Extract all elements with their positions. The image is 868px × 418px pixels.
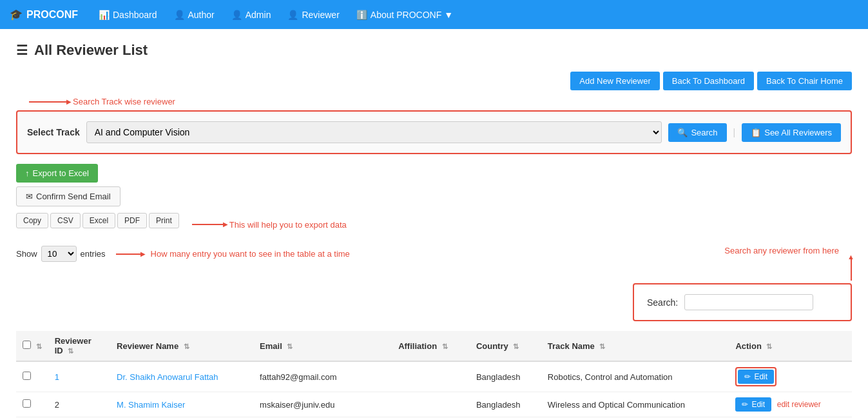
- col-reviewer-name: Reviewer Name ⇅: [110, 331, 253, 361]
- reviewer-search-label: Search:: [647, 297, 678, 308]
- sort-icon-track: ⇅: [599, 343, 605, 350]
- reviewer-search-box: Search:: [633, 283, 852, 321]
- row1-edit-highlighted: ✏ Edit: [735, 367, 776, 386]
- row1-country: Bangladesh: [470, 361, 541, 392]
- entries-hint: How many entry you want to see in the ta…: [151, 249, 350, 259]
- nav-dashboard[interactable]: 📊 Dashboard: [91, 5, 165, 25]
- row1-checkbox-cell: [16, 361, 48, 392]
- pdf-button[interactable]: PDF: [117, 213, 147, 228]
- row2-email: mskaiser@juniv.edu: [253, 392, 392, 417]
- edit-reviewer-hint: edit reviewer: [777, 400, 821, 409]
- nav-reviewer[interactable]: 👤 Reviewer: [280, 5, 347, 25]
- row2-name: M. Shamim Kaiser: [110, 392, 253, 417]
- row1-edit-button[interactable]: ✏ Edit: [738, 370, 774, 384]
- see-all-reviewers-button[interactable]: 📋 See All Reviewers: [742, 123, 841, 142]
- row2-affiliation: [392, 392, 470, 417]
- reviewer-icon: 👤: [287, 10, 298, 20]
- email-icon: ✉: [26, 192, 33, 201]
- copy-button[interactable]: Copy: [16, 213, 48, 228]
- row2-track: Wireless and Optical Communication: [541, 392, 729, 417]
- row1-track: Robotics, Control and Automation: [541, 361, 729, 392]
- sort-icon-affil: ⇅: [442, 343, 448, 350]
- row1-action: ✏ Edit: [729, 361, 852, 392]
- confirm-send-email-button[interactable]: ✉ Confirm Send Email: [16, 186, 121, 206]
- dashboard-icon: 📊: [99, 10, 110, 20]
- col-track-name: Track Name ⇅: [541, 331, 729, 361]
- row2-checkbox-cell: [16, 392, 48, 417]
- col-action: Action ⇅: [729, 331, 852, 361]
- table-row: 2 M. Shamim Kaiser mskaiser@juniv.edu Ba…: [16, 392, 852, 417]
- search-button[interactable]: 🔍 Search: [668, 123, 726, 142]
- brand-icon: 🎓: [10, 8, 23, 21]
- edit-icon-1: ✏: [744, 372, 751, 381]
- nav-admin[interactable]: 👤 Admin: [224, 5, 279, 25]
- col-country: Country ⇅: [470, 331, 541, 361]
- col-affiliation: Affiliation ⇅: [392, 331, 470, 361]
- print-button[interactable]: Print: [149, 213, 179, 228]
- row2-action: ✏ Edit edit reviewer: [729, 392, 852, 417]
- export-row: ↑ Export to Excel ✉ Confirm Send Email: [16, 164, 852, 206]
- sort-icon-id: ⇅: [68, 347, 73, 355]
- navbar-brand[interactable]: 🎓 PROCONF: [10, 8, 78, 21]
- row2-edit-button[interactable]: ✏ Edit: [735, 397, 771, 412]
- row1-checkbox[interactable]: [23, 372, 31, 380]
- show-label: Show: [16, 249, 37, 259]
- nav-author[interactable]: 👤 Author: [166, 5, 222, 25]
- navbar: 🎓 PROCONF 📊 Dashboard 👤 Author 👤 Admin 👤…: [0, 0, 868, 29]
- list-icon: ☰: [16, 43, 28, 58]
- datatable-buttons: Copy CSV Excel PDF Print: [16, 213, 179, 228]
- search-track-hint: Search Track wise reviewer: [73, 97, 175, 106]
- edit-icon-2: ✏: [742, 400, 748, 409]
- nav-about[interactable]: ℹ️ About PROCONF ▼: [349, 5, 461, 25]
- row1-email: fattah92@gmail.com: [253, 361, 392, 392]
- admin-icon: 👤: [231, 10, 242, 20]
- export-excel-button[interactable]: ↑ Export to Excel: [16, 164, 98, 183]
- search-icon: 🔍: [677, 128, 688, 137]
- sort-icon-action: ⇅: [766, 343, 772, 350]
- brand-name: PROCONF: [26, 9, 78, 21]
- export-icon: ↑: [25, 168, 30, 178]
- select-all-checkbox[interactable]: [23, 341, 31, 349]
- author-icon: 👤: [174, 10, 185, 20]
- col-reviewer-id: Reviewer ID ⇅: [48, 331, 110, 361]
- table-wrapper: ⇅ Reviewer ID ⇅ Reviewer Name ⇅ Email ⇅: [16, 331, 852, 418]
- row2-checkbox[interactable]: [23, 399, 31, 408]
- track-select[interactable]: AI and Computer Vision Robotics, Control…: [86, 121, 662, 143]
- navbar-nav: 📊 Dashboard 👤 Author 👤 Admin 👤 Reviewer …: [91, 5, 461, 25]
- track-search-box: Select Track AI and Computer Vision Robo…: [16, 110, 852, 154]
- reviewer-table: ⇅ Reviewer ID ⇅ Reviewer Name ⇅ Email ⇅: [16, 331, 852, 418]
- csv-button[interactable]: CSV: [50, 213, 81, 228]
- row1-affiliation: [392, 361, 470, 392]
- page-title: All Reviewer List: [34, 42, 148, 59]
- action-buttons-row: Add New Reviewer Back To Dashboard Back …: [16, 72, 852, 90]
- reviewer-search-hint: Search any reviewer from here: [633, 246, 852, 255]
- row2-country: Bangladesh: [470, 392, 541, 417]
- sort-icon-name: ⇅: [184, 343, 189, 350]
- table-row: 1 Dr. Shaikh Anowarul Fattah fattah92@gm…: [16, 361, 852, 392]
- add-new-reviewer-button[interactable]: Add New Reviewer: [570, 72, 660, 90]
- col-email: Email ⇅: [253, 331, 392, 361]
- row1-name: Dr. Shaikh Anowarul Fattah: [110, 361, 253, 392]
- row1-id: 1: [48, 361, 110, 392]
- main-content: ☰ All Reviewer List Add New Reviewer Bac…: [0, 29, 868, 418]
- back-to-chair-home-button[interactable]: Back To Chair Home: [757, 72, 852, 90]
- sort-icon-0: ⇅: [36, 343, 42, 350]
- sort-icon-country: ⇅: [513, 343, 519, 350]
- sort-icon-email: ⇅: [287, 343, 293, 350]
- col-checkbox: ⇅: [16, 331, 48, 361]
- about-icon: ℹ️: [356, 10, 367, 20]
- table-icon: 📋: [751, 128, 761, 137]
- row2-id: 2: [48, 392, 110, 417]
- excel-button[interactable]: Excel: [82, 213, 115, 228]
- select-track-label: Select Track: [27, 127, 80, 137]
- page-title-row: ☰ All Reviewer List: [16, 42, 852, 59]
- entries-label: entries: [81, 249, 106, 259]
- entries-select[interactable]: 10 25 50 100: [41, 246, 77, 262]
- show-entries: Show 10 25 50 100 entries ▶ How many ent…: [16, 246, 350, 262]
- reviewer-search-input[interactable]: [684, 294, 813, 310]
- back-to-dashboard-button[interactable]: Back To Dashboard: [663, 72, 754, 90]
- export-hint: This will help you to export data: [229, 220, 347, 230]
